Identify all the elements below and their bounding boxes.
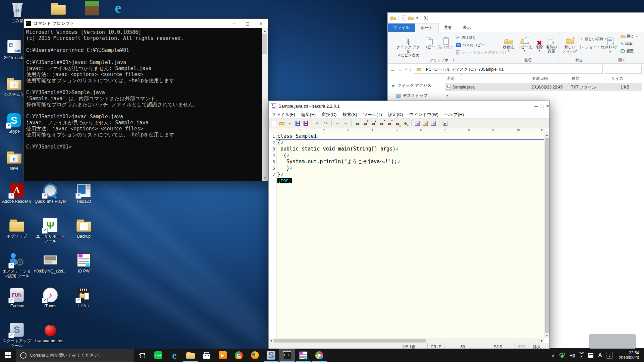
scroll-left-icon[interactable]: ◀ <box>269 338 274 343</box>
scroll-down-icon[interactable]: ▼ <box>262 175 268 181</box>
taskbar-clock[interactable]: 22:54 2016/02/23 <box>614 351 642 360</box>
explorer-titlebar[interactable]: | ✓ ▼ | 01 <box>388 13 644 23</box>
menu-ツール(T)[interactable]: ツール(T) <box>360 112 385 118</box>
desktop-icon-top-folder[interactable] <box>42 1 74 16</box>
toolbar-key-settings-icon[interactable]: ⚙ <box>430 120 437 127</box>
ribbon-button-コピー先[interactable]: コピー先▼ <box>517 34 533 56</box>
ribbon-tab-表示[interactable]: 表示 <box>458 23 476 32</box>
maximize-button[interactable]: ▢ <box>540 104 544 109</box>
column-header-サイズ[interactable]: サイズ <box>611 76 624 81</box>
taskbar-app-command-prompt[interactable]: C:\ <box>279 349 295 362</box>
menu-設定(O)[interactable]: 設定(O) <box>385 112 406 118</box>
forward-icon[interactable]: → <box>397 67 402 72</box>
toolbar-save-as-icon[interactable] <box>302 120 310 127</box>
address-breadcrumb[interactable]: ›PC›ローカル ディスク (C:)›YJSample›01 <box>414 65 603 74</box>
desktop-icon-adobe-reader[interactable]: A↗Adobe Reader 9 <box>1 183 33 204</box>
desktop-icon-photo-file[interactable]: h0tkByiNQ_z2oi... <box>34 252 66 274</box>
desktop-icon-itunes[interactable]: ♪↗iTunes <box>34 287 66 308</box>
cortana-search-box[interactable]: Cortanaに何か聞いてみてください。 <box>16 349 134 362</box>
scroll-down-icon[interactable]: ▼ <box>544 333 549 338</box>
task-view-button[interactable] <box>134 349 150 362</box>
taskbar-app-line[interactable]: LINE <box>150 349 166 362</box>
folder-icon[interactable] <box>390 16 396 20</box>
taskbar-app-notepad[interactable] <box>295 349 311 362</box>
desktop-icon-airstation-tool[interactable]: ⚙ ↗エアステーション設定 ツール <box>1 252 33 278</box>
ribbon-button-編集[interactable]: ✎編集 <box>621 40 633 47</box>
ribbon-tab-ホーム[interactable]: ホーム <box>415 23 439 32</box>
editor-horizontal-scrollbar[interactable]: ◀ ▶ <box>269 338 544 343</box>
column-header-名前[interactable]: ∧名前 <box>447 76 455 81</box>
scroll-up-icon[interactable]: ▲ <box>262 28 268 34</box>
ribbon-tab-共有[interactable]: 共有 <box>439 23 458 32</box>
taskbar-app-paint[interactable] <box>311 349 327 362</box>
desktop-icon-internet-explorer[interactable]: e <box>102 0 134 15</box>
ime-language-icon[interactable]: J <box>605 349 614 362</box>
toolbar-type-settings-icon[interactable]: ⚙ <box>414 120 421 127</box>
toolbar-new-file-icon[interactable] <box>270 120 277 127</box>
breadcrumb-segment[interactable]: YJSample <box>478 67 497 72</box>
taskbar-app-chrome[interactable] <box>231 349 247 362</box>
editor-vertical-scrollbar[interactable]: ▲ ▼ <box>544 132 549 338</box>
ribbon-button-名前の変更[interactable]: ✎名前の 変更 <box>545 34 557 56</box>
desktop-icon-quicktime-player[interactable]: ↗QuickTime Player <box>34 183 66 204</box>
toolbar-replace-word-icon[interactable]: ∞R <box>378 120 385 127</box>
show-desktop-button[interactable] <box>642 349 644 362</box>
cmd-scrollbar[interactable]: ▲ ▼ <box>262 28 268 181</box>
ribbon-button-貼り付け[interactable]: 貼り付け <box>437 34 454 56</box>
taskbar-app-store[interactable] <box>199 349 215 362</box>
up-icon[interactable]: ↑ <box>410 67 412 72</box>
menu-変換(C)[interactable]: 変換(C) <box>319 112 339 118</box>
minimize-button[interactable]: ─ <box>227 21 241 26</box>
ribbon-button-履歴[interactable]: 履歴 <box>621 48 634 55</box>
toolbar-open-file-icon[interactable] <box>278 120 285 127</box>
toolbar-tag-jump-icon[interactable]: ◆↳ <box>402 120 409 127</box>
taskbar-app-file-explorer[interactable] <box>182 349 199 362</box>
breadcrumb-segment[interactable]: 01 <box>499 67 503 72</box>
desktop-icon-id-pw[interactable]: ID PW <box>68 252 100 274</box>
security-center-icon[interactable]: ✓ <box>558 349 567 362</box>
toolbar-redo-icon[interactable]: ↷ <box>322 120 329 127</box>
ribbon-button-プロパティ[interactable]: ✓プロパティ <box>602 34 619 56</box>
toolbar-replace-icon[interactable]: ∞▼ <box>362 120 369 127</box>
ribbon-button-クイック アクセスにピン留め[interactable]: クイック アクセ スにピン留め <box>396 34 421 56</box>
cmd-titlebar[interactable]: C:\ コマンド プロンプト ─ ▢ ✕ <box>24 19 268 28</box>
menu-ヘルプ(H)[interactable]: ヘルプ(H) <box>441 112 467 118</box>
toolbar-undo-icon[interactable]: ↶ <box>314 120 321 127</box>
notification-message-icon[interactable] <box>586 349 595 362</box>
column-header-種類[interactable]: 種類 <box>572 76 580 81</box>
cmd-console[interactable]: Microsoft Windows [Version 10.0.10586] (… <box>24 28 268 181</box>
hidden-icons-chevron[interactable]: ∧ <box>548 349 558 362</box>
minimize-button[interactable]: ─ <box>535 104 538 109</box>
close-button[interactable]: ✕ <box>546 104 549 109</box>
properties-check-icon[interactable]: ✓ <box>401 15 406 21</box>
column-header-更新日時[interactable]: 更新日時 <box>532 76 548 81</box>
scroll-thumb[interactable] <box>545 138 549 333</box>
toolbar-common-settings-icon[interactable]: ⚙ <box>422 120 429 127</box>
breadcrumb-segment[interactable]: PC <box>426 67 432 72</box>
ribbon-button-パスのコピー[interactable]: Wパスのコピー <box>456 42 485 49</box>
toolbar-jump-forward-icon[interactable]: ⇥ <box>342 120 349 127</box>
taskbar-app-sakura-editor[interactable]: S <box>263 349 279 362</box>
search-box[interactable] <box>605 65 642 74</box>
menu-ファイル(F)[interactable]: ファイル(F) <box>269 112 298 118</box>
toolbar-grep-icon[interactable]: ∞ <box>394 120 401 127</box>
nav-item-クイック アクセス[interactable]: ★クイック アクセス <box>388 81 447 90</box>
desktop-icon-lha-plus[interactable]: ↗LHA + <box>68 287 100 308</box>
toolbar-find-icon[interactable]: ∞ <box>354 120 361 127</box>
ribbon-button-開く[interactable]: 開く▼ <box>621 33 638 40</box>
file-row[interactable]: Sample.java 2016/02/23 22:45 TXT ファイル 1 … <box>445 83 642 91</box>
back-icon[interactable]: ← <box>390 67 395 72</box>
desktop-icon-i-wanna-be-the[interactable]: i-wanna-be-the... <box>34 322 66 343</box>
breadcrumb-segment[interactable]: ローカル ディスク (C:) <box>434 67 476 72</box>
toolbar-open-dropdown-icon[interactable]: ▼ <box>286 120 293 127</box>
ribbon-tab-ファイル[interactable]: ファイル <box>388 23 415 32</box>
toolbar-outline-icon[interactable] <box>441 120 449 127</box>
toolbar-save-icon[interactable] <box>294 120 302 127</box>
toolbar-find-prev-icon[interactable]: ∞▲ <box>370 120 377 127</box>
desktop-icon-ifunbox[interactable]: FUN↗iFunbox <box>1 287 33 308</box>
recent-locations-icon[interactable]: ▼ <box>405 68 408 71</box>
ribbon-button-切り取り[interactable]: ✂切り取り <box>456 34 476 41</box>
ribbon-button-削除[interactable]: ✖削除▼ <box>533 34 545 56</box>
scroll-up-icon[interactable]: ▲ <box>544 132 549 137</box>
ribbon-button-新しいフォルダー[interactable]: ✦新しい フォルダー <box>561 34 579 56</box>
